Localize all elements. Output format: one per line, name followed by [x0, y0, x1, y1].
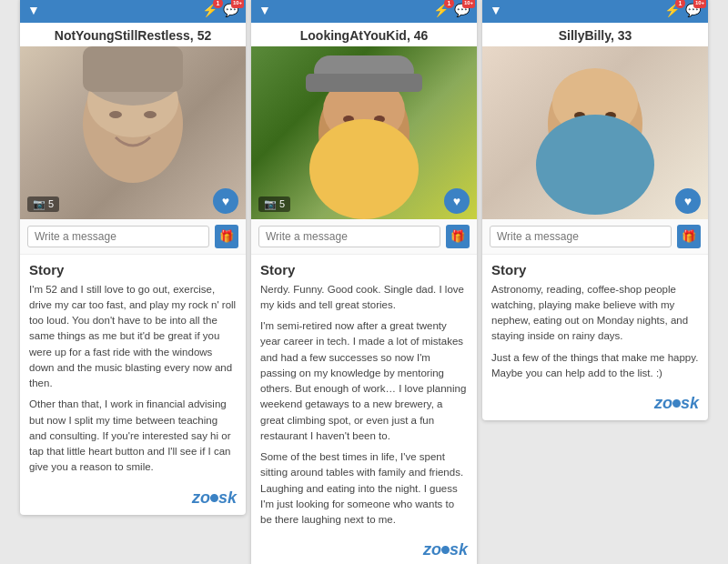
story-title: Story	[260, 262, 468, 277]
profile-card-1: ▼ ⚡ 1 💬 10+ NotYoungStillRestless, 52 📷5…	[20, 0, 246, 515]
profile-name: NotYoungStillRestless, 52	[20, 23, 246, 46]
story-text: I'm 52 and I still love to go out, exerc…	[29, 282, 237, 476]
story-section: StoryAstronomy, reading, coffee-shop peo…	[482, 255, 708, 389]
notification-count: 1	[213, 0, 223, 8]
message-input[interactable]	[27, 226, 209, 247]
profile-card-3: ▼ ⚡ 1 💬 10+ SillyBilly, 33 ♥ 🎁 StoryAstr…	[482, 0, 708, 420]
message-count: 10+	[462, 0, 475, 8]
notification-badge-group: ⚡ 1	[664, 3, 680, 17]
profile-photo: 📷5♥	[251, 46, 477, 219]
message-count: 10+	[231, 0, 244, 8]
gift-button[interactable]: 🎁	[677, 225, 701, 248]
notification-count: 1	[444, 0, 454, 8]
photo-count: 📷5	[258, 196, 290, 212]
profile-name: LookingAtYouKid, 46	[251, 23, 477, 46]
notification-count: 1	[675, 0, 685, 8]
story-section: StoryI'm 52 and I still love to go out, …	[20, 255, 246, 483]
message-badge-group: 💬 10+	[454, 3, 470, 17]
story-text: Nerdy. Funny. Good cook. Single dad. I l…	[260, 282, 468, 529]
svg-point-2	[109, 111, 122, 118]
story-section: StoryNerdy. Funny. Good cook. Single dad…	[251, 255, 477, 536]
heart-button[interactable]: ♥	[213, 188, 238, 214]
filter-icon[interactable]: ▼	[258, 3, 271, 17]
heart-button[interactable]: ♥	[444, 188, 470, 214]
message-input[interactable]	[258, 226, 440, 247]
message-row: 🎁	[20, 219, 246, 255]
story-title: Story	[491, 262, 699, 277]
gift-button[interactable]: 🎁	[215, 225, 238, 248]
message-row: 🎁	[251, 219, 477, 255]
card-header: ▼ ⚡ 1 💬 10+	[20, 0, 246, 23]
zoosk-logo: zosk	[482, 388, 708, 420]
cards-container: ▼ ⚡ 1 💬 10+ NotYoungStillRestless, 52 📷5…	[13, 0, 715, 564]
filter-icon[interactable]: ▼	[27, 3, 40, 17]
svg-point-18	[536, 115, 654, 215]
heart-button[interactable]: ♥	[675, 188, 701, 214]
photo-count: 📷5	[27, 196, 59, 212]
svg-point-3	[144, 111, 157, 118]
card-header: ▼ ⚡ 1 💬 10+	[482, 0, 708, 23]
message-badge-group: 💬 10+	[685, 3, 701, 17]
profile-photo: ♥	[482, 46, 708, 219]
card-header: ▼ ⚡ 1 💬 10+	[251, 0, 477, 23]
message-badge-group: 💬 10+	[223, 3, 238, 17]
story-text: Astronomy, reading, coffee-shop people w…	[491, 282, 699, 382]
svg-rect-5	[83, 46, 183, 92]
svg-point-13	[309, 119, 419, 219]
notification-badge-group: ⚡ 1	[202, 3, 217, 17]
notification-badge-group: ⚡ 1	[433, 3, 449, 17]
message-count: 10+	[693, 0, 706, 8]
profile-card-2: ▼ ⚡ 1 💬 10+ LookingAtYouKid, 46 📷5♥ 🎁 St…	[251, 0, 477, 564]
svg-rect-12	[306, 74, 422, 92]
message-input[interactable]	[490, 226, 672, 247]
zoosk-logo: zosk	[20, 483, 246, 515]
story-title: Story	[29, 262, 237, 277]
filter-icon[interactable]: ▼	[490, 3, 502, 17]
profile-name: SillyBilly, 33	[482, 23, 708, 46]
message-row: 🎁	[482, 219, 708, 255]
zoosk-logo: zosk	[251, 535, 477, 564]
profile-photo: 📷5♥	[20, 46, 246, 219]
gift-button[interactable]: 🎁	[446, 225, 470, 248]
